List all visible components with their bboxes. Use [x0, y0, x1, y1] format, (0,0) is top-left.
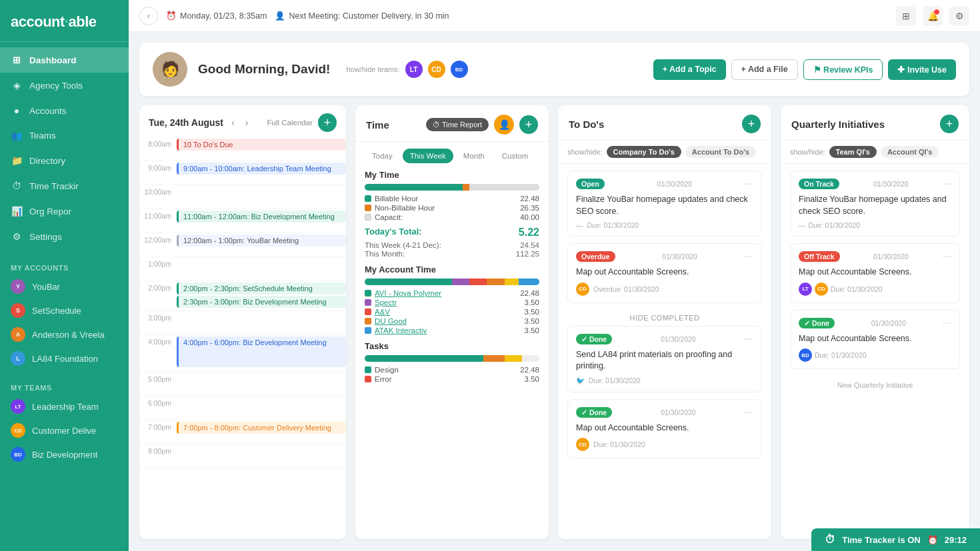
sidebar-item-dashboard[interactable]: ⊞ Dashboard	[0, 47, 129, 73]
legend-value: 22.48	[520, 195, 539, 203]
filter-account-qi[interactable]: Account QI's	[881, 146, 939, 158]
tab-this-week[interactable]: This Week	[403, 149, 453, 163]
team-leadership[interactable]: LT Leadership Team	[0, 394, 129, 418]
tracker-label: Time Tracker is ON	[842, 535, 921, 545]
cal-event[interactable]: 2:00pm - 2:30pm: SetSchedule Meeting	[177, 282, 346, 294]
account-anderson[interactable]: A Anderson & Vreela	[0, 322, 129, 346]
cal-event[interactable]: 12:00am - 1:00pm: YouBar Meeting	[177, 235, 346, 247]
more-icon[interactable]: ···	[943, 251, 951, 263]
sidebar-item-label: Time Trackir	[29, 181, 79, 191]
todo-card[interactable]: ✓ Done 01/30/2020 ··· Send LA84 print ma…	[567, 326, 762, 392]
notification-btn[interactable]: 🔔	[923, 6, 943, 26]
team-label: Leadership Team	[32, 402, 99, 412]
cal-row-8pm: 8:00pm	[139, 444, 346, 468]
cal-row-8am: 8:00am 10 To Do's Due	[139, 137, 346, 161]
bird-icon: 🐦	[576, 376, 585, 385]
back-button[interactable]: ‹	[139, 7, 158, 25]
qi-card[interactable]: ✓ Done 01/30/2020 ··· Map out Accountabl…	[790, 310, 960, 370]
topbar-meeting: 👤 Next Meeting: Customer Delivery, in 30…	[275, 11, 449, 21]
account-setschedule[interactable]: S SetSchedule	[0, 298, 129, 322]
full-calendar-link[interactable]: Full Calendar	[267, 119, 313, 127]
time-add-btn[interactable]: +	[519, 115, 538, 134]
task-val: 22.48	[520, 366, 539, 374]
add-topic-button[interactable]: + Add a Topic	[653, 59, 726, 80]
more-icon[interactable]: ···	[943, 178, 951, 190]
add-file-button[interactable]: + Add a File	[731, 59, 798, 80]
team-biz[interactable]: BD Biz Development	[0, 442, 129, 466]
review-kpis-button[interactable]: ⚑ Review KPIs	[803, 59, 883, 80]
team-label: Biz Development	[32, 450, 97, 460]
tab-today[interactable]: Today	[365, 149, 400, 163]
time-panel-body: Today This Week Month Custom My Time	[355, 142, 549, 539]
total-value: 5.22	[519, 227, 539, 239]
more-icon[interactable]: ···	[745, 251, 753, 263]
setschedule-avatar: S	[11, 303, 25, 318]
sidebar-item-agency-tools[interactable]: ◈ Agency Tools	[0, 73, 129, 98]
todos-add-btn[interactable]: +	[742, 115, 761, 133]
qi-due: Due: 01/30/2020	[831, 285, 883, 293]
team-customer[interactable]: CD Customer Delive	[0, 418, 129, 442]
dot	[365, 214, 371, 221]
settings-btn[interactable]: ⚙	[949, 6, 969, 26]
time-label: 9:00am	[139, 161, 177, 172]
sidebar: account·able ⊞ Dashboard ◈ Agency Tools …	[0, 0, 129, 551]
todo-date: 01/30/2020	[661, 408, 696, 416]
cal-event[interactable]: 9:00am - 10:00am: Leadership Team Meetin…	[177, 163, 346, 175]
tasks-label: Tasks	[365, 341, 539, 351]
acct-name: ATAK Interactiv	[375, 326, 427, 334]
acct-val: 3.50	[525, 298, 539, 306]
hide-completed-btn[interactable]: HIDE COMPLETED	[567, 310, 762, 326]
sidebar-item-label: Accounts	[29, 106, 67, 116]
todo-card[interactable]: Open 01/30/2020 ··· Finalize YouBar home…	[567, 171, 762, 237]
logo-text: account·able	[11, 13, 97, 30]
time-user-btn[interactable]: 👤	[494, 115, 514, 135]
cal-event[interactable]: 4:00pm - 6:00pm: Biz Development Meeting	[177, 336, 346, 367]
grid-icon-btn[interactable]: ⊞	[896, 6, 916, 26]
more-icon[interactable]: ···	[745, 333, 753, 345]
cal-event[interactable]: 10 To Do's Due	[177, 139, 346, 151]
sidebar-item-directory[interactable]: 📁 Directory	[0, 148, 129, 173]
todo-date: 01/30/2020	[662, 253, 697, 261]
filter-team-qi[interactable]: Team QI's	[829, 146, 877, 158]
filter-label: show/hide:	[567, 148, 603, 156]
sidebar-item-time-tracker[interactable]: ⏱ Time Trackir	[0, 173, 129, 199]
invite-use-button[interactable]: ✚ Invite Use	[888, 59, 956, 80]
more-icon[interactable]: ···	[745, 406, 753, 418]
qi-add-btn[interactable]: +	[940, 115, 959, 133]
qi-status-badge: Off Track	[799, 251, 840, 262]
filter-company[interactable]: Company To Do's	[607, 146, 681, 158]
acct-val: 22.48	[520, 289, 539, 297]
content-area: 🧑 Good Morning, David! how/hide teams: L…	[129, 32, 980, 551]
cal-event[interactable]: 11:00am - 12:00am: Biz Development Meeti…	[177, 211, 346, 223]
cal-event[interactable]: 7:00pm - 8:00pm: Customer Delivery Meeti…	[177, 422, 346, 434]
cal-next-btn[interactable]: ›	[243, 116, 251, 129]
tab-month[interactable]: Month	[456, 149, 492, 163]
sidebar-item-accounts[interactable]: ● Accounts	[0, 98, 129, 123]
time-report-btn[interactable]: ⏱ Time Report	[426, 118, 489, 131]
sidebar-item-settings[interactable]: ⚙ Settings	[0, 224, 129, 249]
todo-footer: 🐦 Due: 01/30/2020	[576, 376, 753, 385]
qi-card[interactable]: On Track 01/30/2020 ··· Finalize YouBar …	[790, 171, 960, 237]
account-la84[interactable]: L LA84 Foundation	[0, 346, 129, 370]
more-icon[interactable]: ···	[943, 317, 951, 329]
cal-event[interactable]: 2:30pm - 3:00pm: Biz Development Meeting	[177, 296, 346, 308]
cal-row-12pm: 12:00am 12:00am - 1:00pm: YouBar Meeting	[139, 233, 346, 257]
calendar-header: Tue, 24th August ‹ › Full Calendar +	[139, 105, 346, 137]
account-youbar[interactable]: Y YouBar	[0, 275, 129, 298]
todo-card[interactable]: Overdue 01/30/2020 ··· Map out Accountab…	[567, 243, 762, 303]
qi-card[interactable]: Off Track 01/30/2020 ··· Map out Account…	[790, 243, 960, 303]
tab-custom[interactable]: Custom	[495, 149, 536, 163]
cal-prev-btn[interactable]: ‹	[229, 116, 237, 129]
qi-footer: BD Due: 01/30/2020	[799, 348, 951, 362]
topbar-right: ⊞ 🔔 ⚙	[896, 6, 969, 26]
todo-card[interactable]: ✓ Done 01/30/2020 ··· Map out Accountabl…	[567, 399, 762, 459]
todo-text: Map out Accountable Screens.	[576, 422, 753, 434]
sidebar-item-org-report[interactable]: 📊 Org Repor	[0, 199, 129, 224]
more-icon[interactable]: ···	[745, 178, 753, 190]
filter-account[interactable]: Account To Do's	[685, 146, 756, 158]
time-label: 1:00pm	[139, 257, 177, 268]
sidebar-item-teams[interactable]: 👥 Teams	[0, 123, 129, 148]
cal-add-btn[interactable]: +	[318, 113, 337, 132]
topbar: ‹ ⏰ Monday, 01/23, 8:35am 👤 Next Meeting…	[129, 0, 980, 32]
new-qi-btn[interactable]: New Quarterly Initiative	[790, 376, 960, 394]
